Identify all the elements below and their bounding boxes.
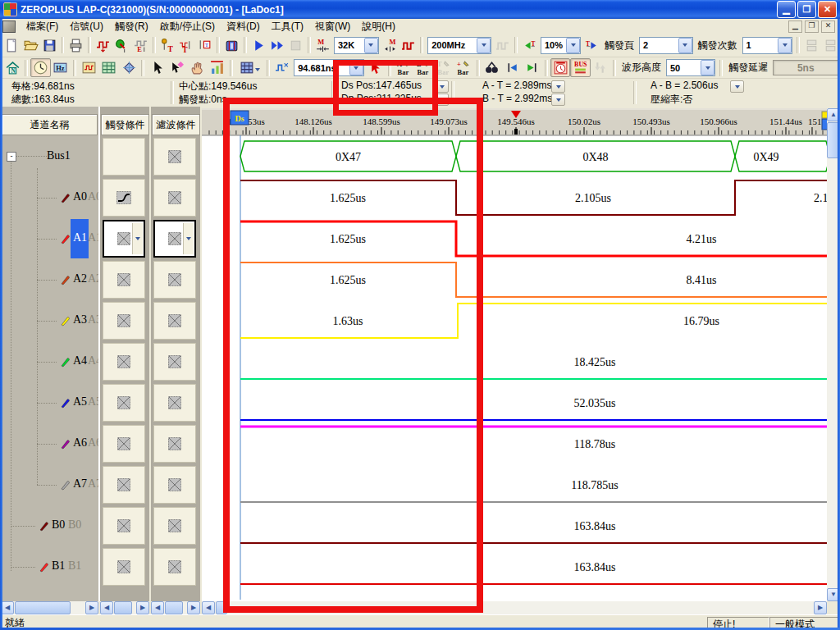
trigger-condition-cell-A6[interactable] (103, 425, 145, 463)
trigger-column-scrollbar[interactable]: ◀ ▶ (100, 601, 149, 614)
tree-expand-button[interactable]: - (7, 152, 16, 162)
dropdown-button[interactable] (364, 38, 378, 53)
bus-setup-button[interactable] (222, 36, 241, 55)
cell-dropdown-button[interactable] (132, 223, 143, 254)
memory-page-next-button[interactable]: M (381, 36, 399, 55)
scroll-right-button[interactable]: ▶ (85, 601, 98, 614)
pointer-tool-button[interactable] (147, 58, 167, 77)
filter-condition-cell-B1[interactable] (153, 548, 196, 586)
filter-condition-cell-A6[interactable] (153, 425, 196, 463)
trigger-condition-cell-A4[interactable] (103, 343, 145, 381)
restore-button[interactable]: ❐ (797, 1, 816, 18)
info-dropdown-button[interactable] (551, 94, 565, 106)
channel-label-A2[interactable]: A2 (73, 272, 87, 285)
menu-item-4[interactable]: 資料(D) (221, 19, 266, 34)
waveform-area[interactable]: 147.653us148.126us148.599us149.073us149.… (202, 108, 827, 601)
add-bar-button[interactable]: +Bar (454, 58, 473, 77)
scroll-thumb[interactable] (216, 601, 227, 614)
zoom-tool-button[interactable] (272, 58, 292, 77)
menu-item-5[interactable]: 工具(T) (266, 19, 309, 34)
sampling-setup-button[interactable] (94, 36, 112, 55)
hand-tool-button[interactable] (187, 58, 207, 77)
scroll-right-button[interactable]: ▶ (187, 601, 200, 614)
hotkey-cursor-button[interactable] (366, 58, 386, 77)
find-button[interactable] (482, 58, 502, 77)
cell-dropdown-button[interactable] (183, 223, 194, 254)
channel-label-A4[interactable]: A4 (73, 354, 87, 368)
filter-condition-cell-A0[interactable] (153, 179, 196, 217)
mdi-restore-button[interactable]: ❐ (805, 21, 819, 33)
new-file-button[interactable] (2, 36, 21, 55)
trigger-condition-cell-B0[interactable] (103, 507, 145, 545)
bus-view-button[interactable]: BUS (570, 58, 590, 77)
mdi-minimize-button[interactable]: ▁ (788, 21, 802, 33)
open-file-button[interactable] (21, 36, 40, 55)
menu-item-3[interactable]: 啟動/停止(S) (154, 19, 221, 34)
close-button[interactable]: ✕ (818, 1, 837, 18)
channel-label-Bus1[interactable]: Bus1 (47, 149, 71, 162)
a-bar-button[interactable]: ABar (394, 58, 413, 77)
channel-label-B1[interactable]: B1 (52, 559, 65, 573)
trigger-position-combo[interactable]: 10% (541, 37, 581, 54)
text-trigger-button[interactable]: T (195, 36, 214, 55)
menu-item-6[interactable]: 視窗(W) (309, 19, 356, 34)
filter-condition-cell-A1[interactable] (153, 220, 196, 258)
minimize-button[interactable]: ▁ (777, 1, 796, 18)
dropdown-button[interactable] (701, 60, 714, 75)
frequency-mode-button[interactable]: Hz (51, 58, 71, 77)
sampling-depth-combo[interactable]: 32K (334, 37, 379, 54)
channel-panel-scrollbar[interactable]: ◀ ▶ (1, 601, 98, 614)
dropdown-button[interactable] (678, 38, 692, 53)
waveform-height-combo[interactable]: 50 (666, 59, 715, 76)
mdi-close-button[interactable]: ✕ (821, 21, 835, 33)
listing-window-button[interactable] (98, 58, 118, 77)
filter-condition-cell-B0[interactable] (153, 507, 196, 545)
b-bar-button[interactable]: BBar (414, 58, 434, 77)
menu-item-0[interactable]: 檔案(F) (21, 19, 64, 34)
sampling-frequency-combo[interactable]: 200MHz (427, 37, 491, 54)
navigator-window-button[interactable] (119, 58, 139, 77)
dropdown-button[interactable] (477, 38, 491, 53)
channel-label-A1[interactable]: A1 (73, 231, 87, 244)
waveform-vertical-scrollbar[interactable]: ▲ ▼ (827, 108, 840, 601)
trigger-condition-cell-A3[interactable] (103, 302, 145, 340)
info-dropdown-button[interactable] (435, 80, 449, 93)
menu-item-2[interactable]: 觸發(R) (109, 19, 154, 34)
home-button[interactable]: N (2, 58, 22, 77)
channel-label-A3[interactable]: A3 (73, 313, 87, 326)
filter-condition-cell-A5[interactable] (153, 384, 196, 422)
signal-filter-button[interactable] (112, 36, 131, 55)
trigger-count-combo[interactable]: 1 (742, 37, 793, 54)
trigger-condition-cell-A0[interactable] (103, 179, 145, 217)
internal-clock-button[interactable] (399, 36, 418, 55)
dropdown-button[interactable] (566, 38, 580, 53)
trigger-pos-right-button[interactable]: T (582, 36, 601, 55)
pattern-display-combo-button[interactable] (235, 58, 264, 77)
trigger-condition-cell-A7[interactable] (103, 466, 145, 504)
scroll-up-button[interactable]: ▲ (827, 108, 840, 121)
scroll-thumb[interactable] (114, 601, 132, 614)
channel-label-A5[interactable]: A5 (73, 395, 87, 409)
channel-label-B0[interactable]: B0 (52, 518, 65, 532)
bar-trigger-button[interactable]: T (158, 36, 177, 55)
trigger-condition-cell-Bus1[interactable] (103, 138, 145, 176)
info-dropdown-button[interactable] (435, 94, 449, 106)
dropdown-button[interactable] (349, 60, 363, 75)
filter-condition-cell-A2[interactable] (153, 261, 196, 299)
pulse-width-button[interactable]: E (131, 36, 150, 55)
scroll-right-button[interactable]: ▶ (814, 601, 827, 614)
trigger-condition-cell-A5[interactable] (103, 384, 145, 422)
dropdown-button[interactable] (778, 38, 792, 53)
scroll-left-button[interactable]: ◀ (151, 601, 164, 614)
filter-condition-cell-A3[interactable] (153, 302, 196, 340)
select-tool-button[interactable] (167, 58, 187, 77)
measure-tool-button[interactable] (207, 58, 226, 77)
info-dropdown-button[interactable] (551, 80, 565, 93)
channel-label-A6[interactable]: A6 (73, 436, 87, 450)
zoom-scale-combo[interactable]: 94.681ns (294, 59, 364, 76)
info-dropdown-button[interactable] (730, 80, 744, 93)
scroll-left-button[interactable]: ◀ (1, 601, 14, 614)
scroll-right-button[interactable]: ▶ (136, 601, 149, 614)
trigger-condition-cell-B1[interactable] (103, 548, 145, 586)
trigger-condition-cell-A1[interactable] (103, 220, 145, 258)
